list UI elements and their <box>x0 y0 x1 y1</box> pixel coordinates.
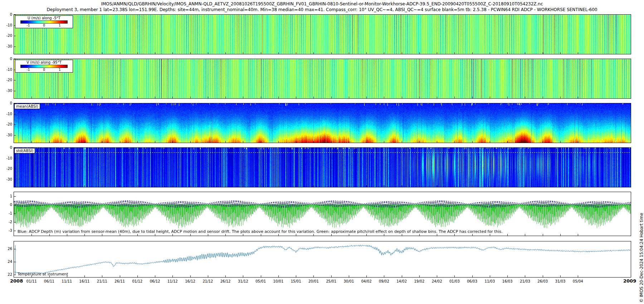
colorbar-tick-row: -1 0 1 <box>20 24 68 28</box>
u-velocity-heatmap <box>14 15 631 54</box>
x-axis-year-start: 2008 <box>10 278 23 284</box>
x-tick-label: 06/11 <box>44 279 54 283</box>
v-velocity-colorbar-title: V (m/s) along -95°T <box>15 60 73 64</box>
x-tick-label: 15/01 <box>291 279 301 283</box>
x-tick-label: 26/03 <box>537 279 548 283</box>
x-tick-label: 06/03 <box>467 279 477 283</box>
y-tick-label: -3 <box>0 229 12 233</box>
colorbar-tick-label: 0 <box>43 68 45 72</box>
y-tick-label: -2 <box>0 220 12 224</box>
colorbar-tick-row: -1 0 1 <box>20 68 68 72</box>
imos-watermark: © IMOS 20-Dec-2024 15:04:24 Hobart time <box>639 213 644 303</box>
x-tick-label: 05/01 <box>255 279 266 283</box>
std-absi-heatmap <box>14 148 631 187</box>
x-tick-label: 24/02 <box>432 279 442 283</box>
y-tick-label: -30 <box>0 177 12 182</box>
y-tick-label: 0 <box>0 101 12 106</box>
x-tick-label: 14/02 <box>396 279 407 283</box>
y-tick-label: -10 <box>0 23 12 28</box>
x-tick-label: 26/12 <box>220 279 231 283</box>
panel-temperature: Temperature at instrument <box>14 241 631 278</box>
panel-v-velocity: V (m/s) along -95°T -1 0 1 <box>14 59 631 99</box>
x-tick-label: 21/03 <box>520 279 530 283</box>
y-tick-label: -10 <box>0 68 12 72</box>
y-tick-label: -30 <box>0 133 12 137</box>
x-tick-label: 01/11 <box>26 279 37 283</box>
y-tick-label: 0 <box>0 146 12 150</box>
jet-colorbar <box>20 65 68 68</box>
y-tick-label: -20 <box>0 122 12 127</box>
u-velocity-colorbar-title: U (m/s) along -5°T <box>15 16 73 20</box>
figure-title-filename: IMOS/ANMN/QLD/GBRHIN/Velocity/IMOS_ANMN-… <box>0 1 644 6</box>
y-tick-label: -10 <box>0 112 12 116</box>
y-tick-label: 24 <box>0 260 12 264</box>
colorbar-tick-label: -1 <box>27 68 30 72</box>
panel-std-absi: std(ABSI) <box>14 147 631 187</box>
x-tick-label: 11/12 <box>167 279 178 283</box>
x-tick-label: 30/01 <box>343 279 354 283</box>
x-tick-label: 04/02 <box>361 279 372 283</box>
x-tick-label: 31/03 <box>555 279 566 283</box>
adcp-qc-figure: IMOS/ANMN/QLD/GBRHIN/Velocity/IMOS_ANMN-… <box>0 0 644 304</box>
colorbar-tick-label: 1 <box>59 24 61 27</box>
y-tick-label: 0 <box>0 203 12 207</box>
colorbar-tick-label: -1 <box>27 24 30 27</box>
y-tick-label: -20 <box>0 167 12 171</box>
colorbar-tick-label: 0 <box>43 24 45 27</box>
x-axis-year-end: 2009 <box>623 278 636 284</box>
y-tick-label: 1 <box>0 194 12 198</box>
y-tick-label: -10 <box>0 156 12 161</box>
x-tick-label: 01/12 <box>132 279 142 283</box>
x-tick-label: 21/12 <box>203 279 213 283</box>
x-tick-label: 20/01 <box>308 279 319 283</box>
x-tick-label: 01/03 <box>449 279 460 283</box>
x-tick-label: 16/12 <box>185 279 195 283</box>
x-tick-label: 06/12 <box>150 279 160 283</box>
x-tick-label: 25/01 <box>326 279 336 283</box>
x-tick-label: 11/03 <box>485 279 495 283</box>
colorbar-tick-label: 1 <box>59 68 61 72</box>
depth-variation-caption: Blue: ADCP Depth (m) variation from sens… <box>18 229 628 234</box>
x-tick-label: 19/02 <box>414 279 424 283</box>
panel-u-velocity: U (m/s) along -5°T -1 0 1 <box>14 14 631 54</box>
y-tick-label: 0 <box>0 57 12 61</box>
x-tick-label: 11/11 <box>62 279 72 283</box>
y-tick-label: 0 <box>0 13 12 17</box>
panel-mean-absi: mean(ABSI) <box>14 103 631 143</box>
x-tick-label: 16/03 <box>502 279 513 283</box>
v-velocity-colorbar-legend: V (m/s) along -95°T -1 0 1 <box>15 60 73 73</box>
x-tick-label: 16/11 <box>79 279 90 283</box>
y-tick-label: -30 <box>0 89 12 93</box>
x-tick-label: 05/04 <box>573 279 583 283</box>
y-tick-label: -20 <box>0 78 12 82</box>
temperature-plot <box>14 241 631 277</box>
y-tick-label: -20 <box>0 34 12 38</box>
mean-absi-label: mean(ABSI) <box>14 104 40 109</box>
jet-colorbar <box>20 20 68 24</box>
std-absi-label: std(ABSI) <box>14 148 35 153</box>
x-tick-label: 10/01 <box>273 279 283 283</box>
mean-absi-heatmap <box>14 103 631 143</box>
y-tick-label: 22 <box>0 273 12 277</box>
y-tick-label: -30 <box>0 44 12 49</box>
v-velocity-heatmap <box>14 59 631 98</box>
y-tick-label: 26 <box>0 247 12 251</box>
panel-depth-variation: Blue: ADCP Depth (m) variation from sens… <box>14 192 631 236</box>
y-tick-label: -1 <box>0 211 12 216</box>
x-tick-label: 09/02 <box>379 279 389 283</box>
temperature-label: Temperature at instrument <box>18 272 68 276</box>
x-tick-label: 26/11 <box>114 279 125 283</box>
figure-subtitle-deployment-info: Deployment 3, member 1 lat=23.38S lon=15… <box>0 7 644 12</box>
u-velocity-colorbar-legend: U (m/s) along -5°T -1 0 1 <box>15 15 73 28</box>
x-tick-label: 21/11 <box>97 279 107 283</box>
x-tick-label: 31/12 <box>238 279 248 283</box>
